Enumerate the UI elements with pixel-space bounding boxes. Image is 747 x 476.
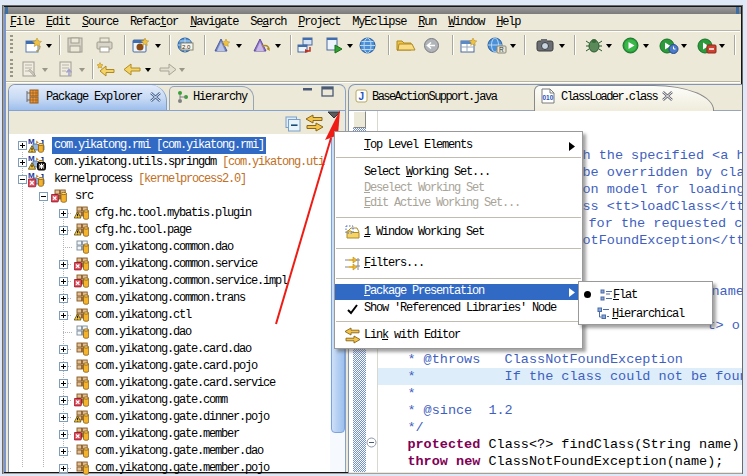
svg-text:010: 010 [543,94,554,101]
svg-text:R: R [499,46,504,53]
svg-text:J: J [359,91,365,102]
svg-text:2.0: 2.0 [182,44,191,50]
